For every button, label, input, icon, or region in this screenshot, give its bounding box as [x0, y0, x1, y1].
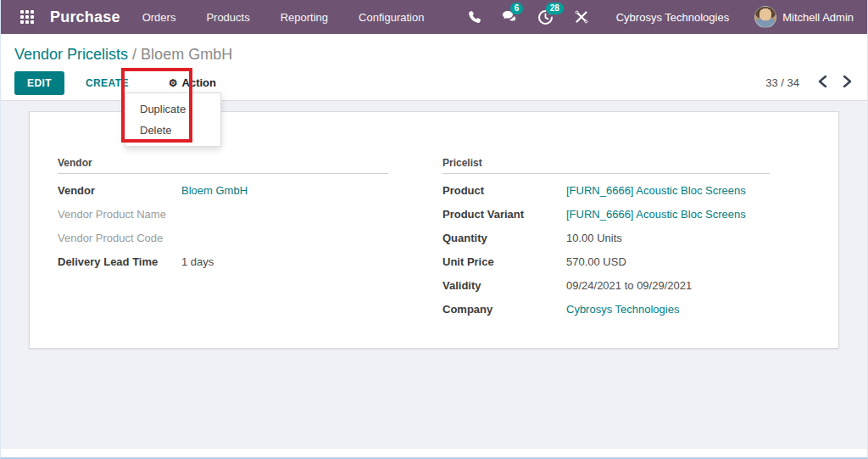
breadcrumb-current: Bloem GmbH	[141, 46, 232, 63]
navbar-systray: 6 28 Cybrosys Technologies Mitchell Admi…	[460, 4, 857, 30]
field-label: Product	[442, 184, 566, 197]
menu-products[interactable]: Products	[206, 11, 249, 24]
product-variant-link[interactable]: [FURN_6666] Acoustic Bloc Screens	[566, 208, 746, 221]
field-value: 1 days	[181, 255, 214, 268]
breadcrumb-parent-link[interactable]: Vendor Pricelists	[14, 46, 128, 63]
form-sheet: Vendor Vendor Bloem GmbH Vendor Product …	[29, 111, 839, 349]
field-row-delivery-lead-time: Delivery Lead Time 1 days	[58, 255, 388, 271]
field-row-product: Product [FURN_6666] Acoustic Bloc Screen…	[442, 184, 770, 200]
field-label: Unit Price	[442, 255, 566, 268]
pager: 33 / 34	[765, 74, 854, 92]
field-label: Delivery Lead Time	[58, 255, 181, 268]
field-label: Validity	[442, 279, 566, 292]
field-row-vendor: Vendor Bloem GmbH	[58, 184, 388, 200]
field-value: 09/24/2021 to 09/29/2021	[566, 279, 692, 292]
field-row-vendor-product-code: Vendor Product Code	[58, 232, 388, 248]
main-menu: Orders Products Reporting Configuration	[142, 11, 425, 24]
product-link[interactable]: [FURN_6666] Acoustic Bloc Screens	[566, 184, 746, 197]
create-button[interactable]: CREATE	[75, 71, 139, 95]
company-switcher[interactable]: Cybrosys Technologies	[616, 11, 729, 24]
user-name: Mitchell Admin	[782, 11, 854, 24]
action-dropdown-menu: Duplicate Delete	[125, 92, 221, 147]
pricelist-group: Pricelist Product [FURN_6666] Acoustic B…	[442, 157, 770, 348]
edit-button[interactable]: EDIT	[14, 71, 64, 95]
pager-previous-button[interactable]	[816, 74, 829, 92]
breadcrumb-bar: Vendor Pricelists / Bloem GmbH	[1, 34, 867, 65]
action-dropdown-button[interactable]: ⚙ Action	[159, 70, 226, 95]
field-label: Quantity	[442, 232, 566, 244]
field-label: Vendor	[58, 184, 181, 197]
content-area: Vendor Vendor Bloem GmbH Vendor Product …	[1, 101, 867, 449]
field-value: 570.00 USD	[566, 255, 626, 268]
phone-icon[interactable]	[460, 4, 489, 30]
menu-reporting[interactable]: Reporting	[281, 11, 328, 24]
apps-grid-icon[interactable]	[14, 4, 40, 30]
messages-badge: 6	[510, 3, 524, 14]
user-menu[interactable]: Mitchell Admin	[754, 6, 857, 28]
breadcrumb: Vendor Pricelists / Bloem GmbH	[14, 46, 854, 64]
chevron-left-icon	[818, 76, 827, 90]
field-row-product-variant: Product Variant [FURN_6666] Acoustic Blo…	[442, 208, 770, 224]
vendor-group-title: Vendor	[58, 157, 388, 174]
vendor-group: Vendor Vendor Bloem GmbH Vendor Product …	[58, 157, 388, 348]
field-label: Vendor Product Code	[58, 232, 181, 244]
pager-next-button[interactable]	[841, 74, 854, 92]
field-row-company: Company Cybrosys Technologies	[442, 303, 770, 319]
activities-badge: 28	[546, 3, 564, 14]
field-row-unit-price: Unit Price 570.00 USD	[442, 255, 770, 271]
field-label: Product Variant	[442, 208, 566, 221]
pager-count: 33 / 34	[765, 76, 799, 89]
field-row-validity: Validity 09/24/2021 to 09/29/2021	[442, 279, 770, 295]
gear-icon: ⚙	[169, 78, 178, 88]
field-label: Vendor Product Name	[58, 208, 181, 221]
menu-configuration[interactable]: Configuration	[359, 11, 424, 24]
chevron-right-icon	[843, 76, 852, 90]
action-button-label: Action	[182, 76, 216, 89]
menu-orders[interactable]: Orders	[142, 11, 176, 24]
pricelist-group-title: Pricelist	[442, 157, 770, 174]
control-panel: EDIT CREATE ⚙ Action Duplicate Delete 33…	[1, 65, 867, 101]
avatar	[754, 6, 776, 28]
field-row-vendor-product-name: Vendor Product Name	[58, 208, 388, 224]
company-link[interactable]: Cybrosys Technologies	[566, 303, 679, 316]
tools-icon[interactable]	[567, 4, 596, 30]
breadcrumb-separator: /	[132, 46, 136, 63]
messages-icon[interactable]: 6	[496, 4, 525, 30]
field-value: 10.00 Units	[566, 232, 622, 244]
app-name[interactable]: Purchase	[50, 8, 120, 26]
menu-item-duplicate[interactable]: Duplicate	[125, 98, 220, 120]
field-row-quantity: Quantity 10.00 Units	[442, 232, 770, 248]
vendor-link[interactable]: Bloem GmbH	[181, 184, 248, 197]
field-label: Company	[442, 303, 566, 316]
top-navbar: Purchase Orders Products Reporting Confi…	[1, 0, 867, 34]
menu-item-delete[interactable]: Delete	[125, 120, 220, 141]
activity-clock-icon[interactable]: 28	[531, 4, 560, 30]
